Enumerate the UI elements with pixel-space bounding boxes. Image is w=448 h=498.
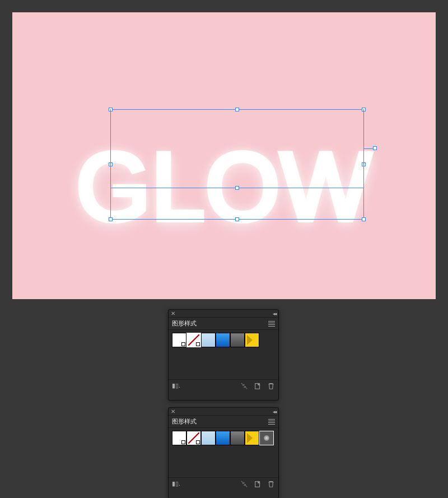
graphic-styles-panel-1: ✕ ◂◂ 图形样式 ▮▯. xyxy=(168,309,279,401)
trash-icon[interactable] xyxy=(267,480,275,488)
style-swatch-blue[interactable] xyxy=(216,431,230,445)
handle-bottom-middle[interactable] xyxy=(235,217,239,221)
handle-bottom-left[interactable] xyxy=(109,217,113,221)
library-icon[interactable]: ▮▯. xyxy=(172,480,180,487)
style-swatch-default-1[interactable] xyxy=(172,431,186,445)
artboard[interactable]: GLOW xyxy=(12,12,436,299)
swatch-row xyxy=(172,431,275,445)
style-swatch-light-blue[interactable] xyxy=(201,333,216,347)
panel-tabbar: 图形样式 xyxy=(169,318,278,330)
break-link-icon[interactable] xyxy=(240,480,248,488)
style-swatch-yellow[interactable] xyxy=(245,431,259,445)
close-icon[interactable]: ✕ xyxy=(171,408,175,415)
trash-icon[interactable] xyxy=(267,382,275,390)
graphic-styles-panel-2: ✕ ◂◂ 图形样式 ▮▯. xyxy=(168,407,279,498)
style-swatch-yellow[interactable] xyxy=(245,333,259,347)
panel-footer: ▮▯. xyxy=(169,477,278,490)
swatch-row xyxy=(172,333,275,347)
panel-menu-icon[interactable] xyxy=(268,321,275,327)
style-swatch-glow[interactable] xyxy=(259,431,274,445)
style-swatch-gray[interactable] xyxy=(230,333,245,347)
style-swatch-default-1[interactable] xyxy=(172,333,186,347)
panel-menu-icon[interactable] xyxy=(268,419,275,425)
panel-topbar: ✕ ◂◂ xyxy=(169,310,278,318)
collapse-icon[interactable]: ◂◂ xyxy=(273,409,276,415)
panel-topbar: ✕ ◂◂ xyxy=(169,408,278,416)
panel-footer: ▮▯. xyxy=(169,379,278,392)
style-swatch-light-blue[interactable] xyxy=(201,431,216,445)
collapse-icon[interactable]: ◂◂ xyxy=(273,311,276,317)
handle-bottom-right[interactable] xyxy=(362,217,366,221)
style-swatch-gray[interactable] xyxy=(230,431,245,445)
style-swatch-blue[interactable] xyxy=(216,333,230,347)
style-swatch-default-2[interactable] xyxy=(186,333,201,347)
panel-body xyxy=(169,428,278,477)
panel-tabbar: 图形样式 xyxy=(169,416,278,428)
close-icon[interactable]: ✕ xyxy=(171,310,175,317)
text-out-port[interactable] xyxy=(373,146,377,150)
library-icon[interactable]: ▮▯. xyxy=(172,382,180,389)
panel-title[interactable]: 图形样式 xyxy=(172,417,197,426)
text-baseline-box xyxy=(110,109,364,188)
handle-baseline[interactable] xyxy=(235,186,239,190)
panel-body xyxy=(169,330,278,379)
break-link-icon[interactable] xyxy=(240,382,248,390)
new-style-icon[interactable] xyxy=(254,480,262,488)
panel-title[interactable]: 图形样式 xyxy=(172,319,197,328)
style-swatch-default-2[interactable] xyxy=(186,431,201,445)
new-style-icon[interactable] xyxy=(254,382,262,390)
